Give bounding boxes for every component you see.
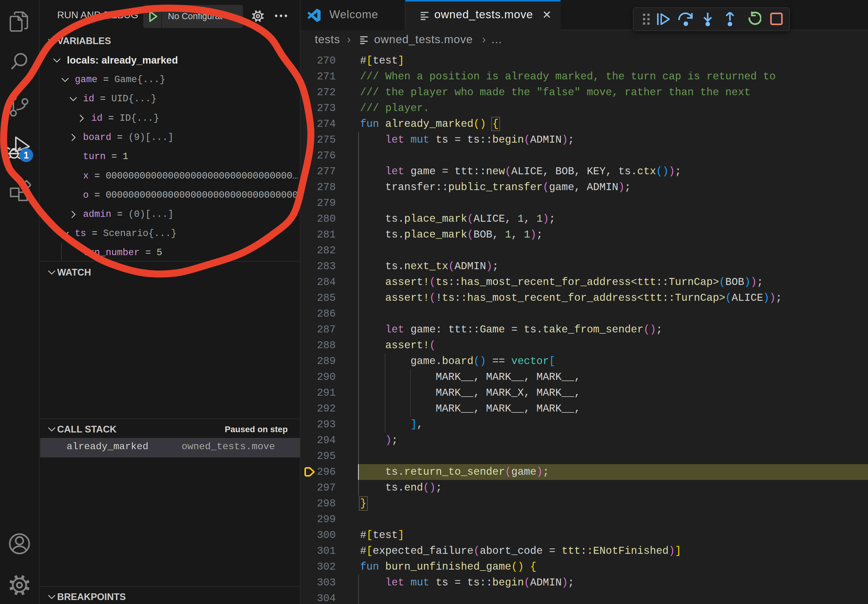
svg-text:1: 1: [23, 150, 29, 161]
